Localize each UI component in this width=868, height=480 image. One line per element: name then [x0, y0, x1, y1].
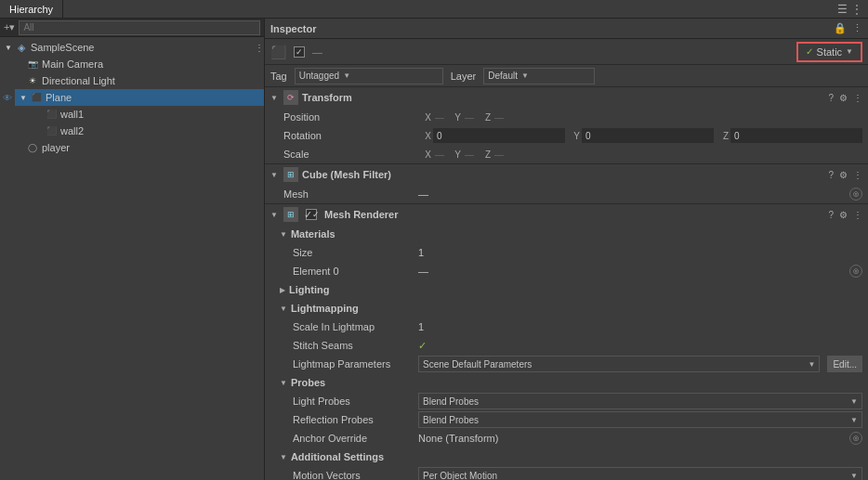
inspector-header-icons: 🔒 ⋮: [834, 22, 862, 34]
motion-vectors-dropdown[interactable]: Per Object Motion ▼: [418, 467, 862, 480]
rotation-xyz: X Y Z: [418, 128, 862, 143]
edit-button[interactable]: Edit...: [827, 356, 862, 372]
light-probes-dropdown[interactable]: Blend Probes ▼: [418, 393, 862, 409]
layer-dropdown[interactable]: Default ▼: [483, 68, 595, 84]
lighting-title: Lighting: [289, 284, 329, 295]
cube-icon-wall1: ⬛: [45, 108, 58, 121]
transform-section: ▼ ⟳ Transform ? ⚙ ⋮ Position X —: [265, 87, 868, 164]
mesh-renderer-settings-icon[interactable]: ⚙: [839, 210, 848, 220]
mesh-filter-icon: ⊞: [283, 167, 298, 182]
anchor-override-target-icon[interactable]: ◎: [849, 432, 862, 445]
light-probes-arrow: ▼: [850, 397, 858, 406]
static-button[interactable]: ✓ Static ▼: [796, 42, 862, 62]
mesh-renderer-more-icon[interactable]: ⋮: [853, 210, 862, 220]
layer-arrow: ▼: [521, 71, 529, 80]
transform-header[interactable]: ▼ ⟳ Transform ? ⚙ ⋮: [265, 87, 868, 108]
hierarchy-item-scene[interactable]: ▼ ◈ SampleScene ⋮: [0, 39, 264, 56]
lightmap-params-value: Scene Default Parameters: [423, 359, 532, 370]
mesh-value: —: [418, 188, 846, 200]
pos-y-value: —: [463, 112, 476, 123]
rot-x-input[interactable]: [433, 128, 565, 143]
stitch-seams-checkmark[interactable]: ✓: [418, 340, 427, 352]
hierarchy-item-wall1[interactable]: ⬛ wall1: [0, 106, 264, 123]
plane-label: Plane: [46, 92, 72, 103]
scene-label: SampleScene: [31, 42, 95, 53]
rot-z-input[interactable]: [730, 128, 862, 143]
hierarchy-header-icons: ☰ ⋮: [837, 0, 868, 18]
static-dropdown-arrow[interactable]: ▼: [846, 47, 853, 56]
search-input[interactable]: [19, 20, 260, 35]
motion-vectors-row: Motion Vectors Per Object Motion ▼: [265, 466, 868, 480]
element0-value-area: — ◎: [418, 265, 862, 278]
lightmapping-expand-arrow: ▼: [280, 305, 287, 313]
mesh-renderer-title: Mesh Renderer: [324, 209, 824, 220]
static-label: Static: [817, 46, 843, 58]
mesh-renderer-expand-arrow: ▼: [270, 211, 280, 219]
insp-top-row: ⬛ — ✓ Static ▼: [265, 39, 868, 65]
reflection-probes-dropdown[interactable]: Blend Probes ▼: [418, 411, 862, 428]
menu-icon[interactable]: ☰: [837, 3, 848, 16]
additional-settings-header[interactable]: ▼ Additional Settings: [265, 448, 868, 466]
mesh-filter-more-icon[interactable]: ⋮: [853, 170, 862, 180]
mesh-renderer-enabled[interactable]: ✓: [306, 209, 317, 220]
scene-icon: ◈: [15, 41, 28, 54]
wall2-label: wall2: [60, 125, 84, 136]
scale-lightmap-label: Scale In Lightmap: [283, 321, 418, 332]
lightmap-params-row: Lightmap Parameters Scene Default Parame…: [265, 355, 868, 373]
light-probes-value-area: Blend Probes ▼: [418, 393, 862, 409]
scene-menu-icon[interactable]: ⋮: [255, 43, 264, 53]
tab-hierarchy[interactable]: Hierarchy: [0, 0, 63, 18]
hierarchy-item-dir-light[interactable]: ☀ Directional Light: [0, 72, 264, 89]
active-checkbox[interactable]: [294, 46, 305, 58]
materials-header[interactable]: ▼ Materials: [265, 225, 868, 243]
rot-x-label: X: [418, 131, 431, 141]
lightmapping-header[interactable]: ▼ Lightmapping: [265, 299, 868, 318]
add-icon[interactable]: +▾: [4, 21, 15, 33]
mesh-filter-help-icon[interactable]: ?: [828, 170, 834, 180]
lightmapping-title: Lightmapping: [291, 303, 359, 314]
hierarchy-item-wall2[interactable]: ⬛ wall2: [0, 123, 264, 139]
transform-more-icon[interactable]: ⋮: [853, 93, 862, 103]
mesh-target-icon[interactable]: ◎: [849, 188, 862, 201]
rot-z-label: Z: [716, 131, 729, 141]
reflection-probes-arrow: ▼: [850, 416, 858, 424]
hierarchy-item-plane[interactable]: ▼ ⬛ Plane: [15, 89, 264, 106]
element0-label: Element 0: [283, 266, 418, 277]
lock-icon[interactable]: 🔒: [834, 22, 847, 34]
mesh-filter-header[interactable]: ▼ ⊞ Cube (Mesh Filter) ? ⚙ ⋮: [265, 164, 868, 185]
static-checkmark: ✓: [806, 46, 813, 57]
pos-z-label: Z: [478, 112, 491, 123]
hierarchy-item-main-camera[interactable]: 📷 Main Camera: [0, 56, 264, 72]
probes-expand-arrow: ▼: [280, 379, 287, 387]
transform-icon: ⟳: [283, 90, 298, 105]
inspector-icon: ⬛: [270, 45, 286, 59]
rot-y-input[interactable]: [582, 128, 714, 143]
visibility-icon-plane[interactable]: 👁: [0, 93, 15, 103]
lighting-expand-arrow: ▶: [280, 286, 285, 294]
stitch-seams-label: Stitch Seams: [283, 340, 418, 351]
size-label: Size: [283, 247, 418, 258]
mesh-filter-settings-icon[interactable]: ⚙: [839, 170, 848, 180]
mesh-renderer-help-icon[interactable]: ?: [828, 210, 834, 220]
hierarchy-item-player[interactable]: ◯ player: [0, 139, 264, 156]
lightmap-params-value-area: Scene Default Parameters ▼ Edit...: [418, 356, 862, 372]
scale-y-label: Y: [448, 149, 461, 160]
scale-label: Scale: [283, 149, 418, 160]
more-icon[interactable]: ⋮: [851, 3, 862, 16]
lightmap-params-dropdown[interactable]: Scene Default Parameters ▼: [418, 356, 820, 372]
lighting-header[interactable]: ▶ Lighting: [265, 280, 868, 299]
additional-settings-title: Additional Settings: [291, 451, 384, 462]
element0-target-icon[interactable]: ◎: [849, 265, 862, 278]
transform-help-icon[interactable]: ?: [828, 93, 834, 103]
size-value-area: 1: [418, 247, 862, 258]
tag-dropdown[interactable]: Untagged ▼: [295, 68, 443, 84]
mesh-value-area: — ◎: [418, 188, 862, 201]
position-label: Position: [283, 111, 418, 123]
element0-value: —: [418, 266, 846, 277]
probes-title: Probes: [291, 377, 325, 388]
more-icon-inspector[interactable]: ⋮: [852, 22, 862, 34]
transform-actions: ? ⚙ ⋮: [828, 93, 862, 103]
transform-settings-icon[interactable]: ⚙: [839, 93, 848, 103]
probes-header[interactable]: ▼ Probes: [265, 373, 868, 392]
mesh-renderer-header[interactable]: ▼ ⊞ ✓ Mesh Renderer ? ⚙ ⋮: [265, 204, 868, 225]
